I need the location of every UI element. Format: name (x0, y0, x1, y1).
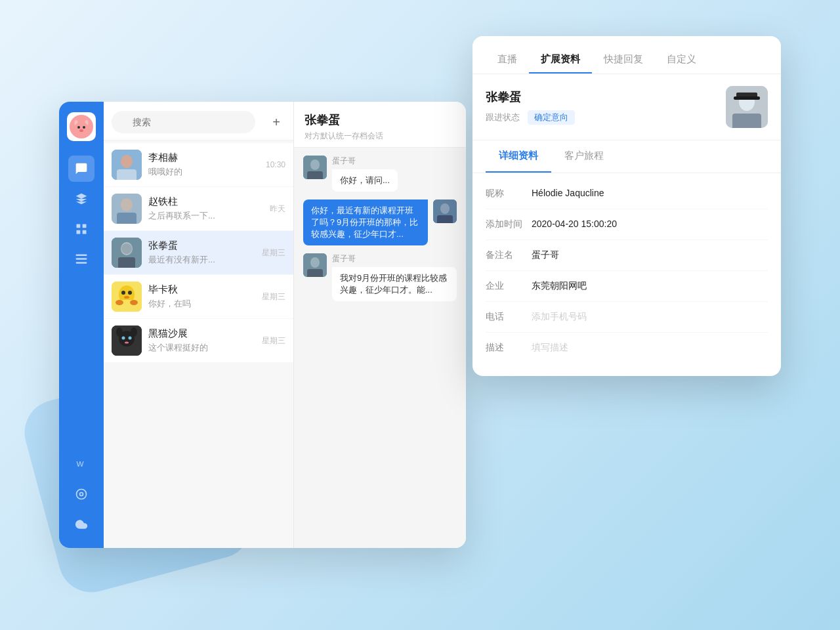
contact-time: 星期三 (262, 335, 285, 346)
avatar (112, 150, 142, 180)
field-label-phone: 电话 (486, 311, 532, 323)
detail-contact-header: 张拳蛋 跟进状态 确定意向 (472, 74, 781, 140)
contact-name: 赵铁柱 (148, 196, 263, 208)
contact-info: 毕卡秋 你好，在吗 (148, 284, 255, 310)
field-label-description: 描述 (486, 342, 532, 354)
contact-name: 李相赫 (148, 152, 259, 164)
svg-point-41 (122, 337, 125, 340)
avatar (112, 282, 142, 312)
svg-rect-10 (83, 224, 87, 228)
message-avatar (433, 200, 457, 223)
contact-search-area: 🔍 + (104, 102, 293, 140)
contact-info: 赵铁柱 之后再联系一下... (148, 196, 263, 222)
tab-custom[interactable]: 自定义 (655, 47, 708, 74)
tab-live[interactable]: 直播 (486, 47, 529, 74)
svg-rect-11 (77, 230, 81, 234)
subtab-journey[interactable]: 客户旅程 (551, 140, 617, 173)
field-label-company: 企业 (486, 280, 532, 292)
svg-point-18 (80, 493, 83, 496)
app-logo[interactable] (67, 112, 96, 141)
message-avatar (303, 156, 327, 179)
field-value-phone[interactable]: 添加手机号码 (532, 311, 768, 323)
field-value-company[interactable]: 东莞朝阳网吧 (532, 280, 768, 292)
svg-rect-14 (76, 258, 87, 260)
contact-last-message: 你好，在吗 (148, 298, 255, 310)
svg-rect-15 (76, 262, 87, 264)
field-value-add-time: 2020-04-20 15:00:20 (532, 219, 768, 229)
sidebar-org-icon[interactable] (68, 186, 94, 212)
svg-point-39 (116, 327, 123, 337)
chat-header: 张拳蛋 对方默认统一存档会话 (294, 102, 466, 148)
svg-rect-9 (77, 224, 81, 228)
field-value-remark-name[interactable]: 蛋子哥 (532, 249, 768, 261)
contact-list: 李相赫 哦哦好的 10:30 赵铁柱 之后再联系一下... (104, 140, 293, 548)
field-company: 企业 东莞朝阳网吧 (486, 271, 768, 302)
detail-status-value[interactable]: 确定意向 (528, 110, 575, 125)
tab-extended-info[interactable]: 扩展资料 (529, 47, 592, 74)
message-row: 你好，最近有新的课程开班了吗？9月份开班的那种，比较感兴趣，征少年口才... (303, 200, 457, 245)
field-label-nickname: 昵称 (486, 188, 532, 200)
contact-time: 星期三 (262, 247, 285, 259)
sidebar-message-icon[interactable] (68, 156, 94, 182)
svg-point-6 (77, 126, 80, 129)
field-description: 描述 填写描述 (486, 333, 768, 363)
detail-card: 直播 扩展资料 快捷回复 自定义 张拳蛋 跟进状态 确定意向 详细资料 (472, 36, 781, 376)
message-content: 你好，最近有新的课程开班了吗？9月份开班的那种，比较感兴趣，征少年口才... (303, 200, 428, 245)
field-add-time: 添加时间 2020-04-20 15:00:20 (486, 209, 768, 240)
contact-item[interactable]: 黑猫沙展 这个课程挺好的 星期三 (104, 319, 293, 362)
avatar (112, 326, 142, 356)
detail-subtabs: 详细资料 客户旅程 (472, 140, 781, 173)
svg-rect-46 (307, 171, 323, 179)
svg-point-8 (79, 129, 83, 132)
message-row: 蛋子哥 我对9月份开班的课程比较感兴趣，征少年口才。能... (303, 253, 457, 301)
message-bubble: 你好，最近有新的课程开班了吗？9月份开班的那种，比较感兴趣，征少年口才... (303, 200, 428, 245)
svg-point-7 (83, 126, 85, 129)
svg-point-23 (121, 198, 133, 211)
svg-point-20 (121, 155, 133, 168)
sidebar: W (59, 102, 104, 548)
field-label-add-time: 添加时间 (486, 219, 532, 230)
add-contact-button[interactable]: + (267, 113, 285, 131)
svg-point-33 (124, 296, 129, 299)
tab-quick-reply[interactable]: 快捷回复 (592, 47, 655, 74)
contact-item[interactable]: 赵铁柱 之后再联系一下... 昨天 (104, 187, 293, 230)
detail-avatar (726, 86, 768, 128)
field-remark-name: 备注名 蛋子哥 (486, 240, 768, 271)
subtab-detail[interactable]: 详细资料 (486, 140, 551, 173)
svg-point-42 (129, 337, 132, 340)
contact-item[interactable]: 张拳蛋 最近有没有新开... 星期三 (104, 231, 293, 274)
sidebar-grid-icon[interactable] (68, 216, 94, 242)
contact-panel: 🔍 + 李相赫 哦哦好的 10:30 (104, 102, 294, 548)
svg-rect-12 (83, 230, 87, 234)
field-phone: 电话 添加手机号码 (486, 302, 768, 333)
svg-point-27 (121, 243, 132, 254)
field-value-nickname[interactable]: Hélodie Jaqucline (532, 188, 768, 198)
svg-point-40 (131, 327, 137, 337)
svg-point-36 (130, 300, 138, 305)
avatar (112, 194, 142, 224)
detail-top-tabs: 直播 扩展资料 快捷回复 自定义 (472, 36, 781, 74)
contact-info: 黑猫沙展 这个课程挺好的 (148, 327, 255, 354)
sidebar-cloud-icon[interactable] (68, 511, 94, 537)
contact-item[interactable]: 毕卡秋 你好，在吗 星期三 (104, 275, 293, 318)
svg-rect-49 (437, 215, 453, 223)
svg-rect-52 (307, 269, 323, 277)
search-input[interactable] (112, 111, 255, 133)
svg-point-32 (128, 291, 132, 295)
chat-subtitle: 对方默认统一存档会话 (304, 131, 455, 142)
svg-rect-21 (117, 169, 136, 180)
sidebar-apps-icon[interactable] (68, 246, 94, 272)
field-value-description[interactable]: 填写描述 (532, 342, 768, 354)
sidebar-widget-icon[interactable]: W (68, 451, 94, 477)
contact-item[interactable]: 李相赫 哦哦好的 10:30 (104, 143, 293, 186)
search-wrapper: 🔍 (112, 111, 262, 133)
contact-time: 昨天 (270, 203, 285, 215)
avatar (112, 238, 142, 268)
message-content: 蛋子哥 你好，请问... (332, 156, 457, 192)
sidebar-plugin-icon[interactable] (68, 481, 94, 507)
svg-rect-57 (734, 96, 760, 100)
contact-time: 10:30 (266, 160, 285, 169)
svg-point-45 (310, 159, 320, 170)
message-row: 蛋子哥 你好，请问... (303, 156, 457, 192)
chat-messages: 蛋子哥 你好，请问... 你好，最近有新的课程开班了吗？9月份开班的那种，比较感… (294, 148, 466, 548)
